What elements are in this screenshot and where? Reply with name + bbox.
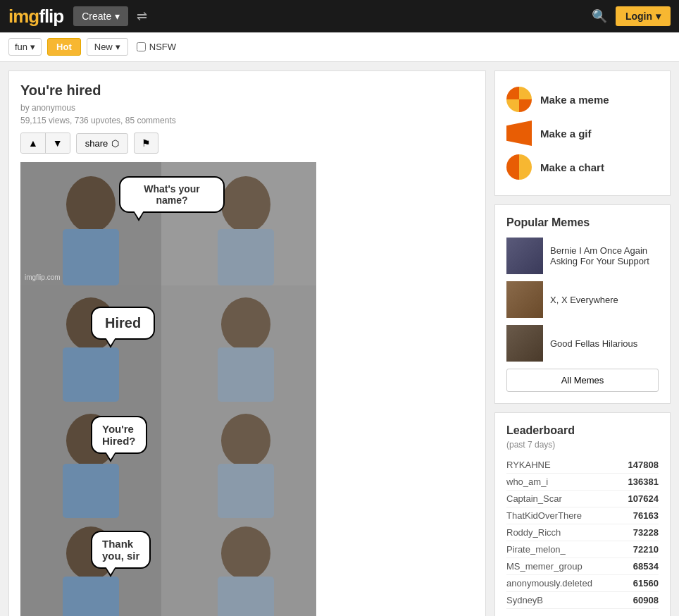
popular-memes-title: Popular Memes: [506, 216, 659, 229]
new-label: New: [94, 42, 113, 52]
meme-title: You're hired: [20, 82, 474, 99]
svg-point-16: [221, 414, 270, 467]
fun-dropdown[interactable]: fun ▾: [8, 38, 42, 56]
header: imgflip Create ▾ ⇌ 🔍 Login ▾: [0, 0, 679, 32]
logo[interactable]: imgflip: [8, 6, 63, 27]
search-icon[interactable]: 🔍: [592, 8, 607, 24]
meme-panel-2: Hired: [20, 285, 316, 402]
popular-meme-thumb-1: [506, 281, 543, 318]
leaderboard-row-0[interactable]: RYKAHNE 147808: [506, 457, 659, 474]
svg-rect-17: [218, 464, 274, 518]
chevron-down-icon: ▾: [116, 42, 120, 52]
leaderboard-user-8: SydneyB: [506, 595, 543, 605]
hot-button[interactable]: Hot: [47, 38, 81, 56]
leaderboard-row-6[interactable]: MS_memer_group 68534: [506, 558, 659, 575]
leaderboard-row-7[interactable]: anonymously.deleted 61560: [506, 575, 659, 592]
make-gif-label: Make a gif: [540, 128, 592, 140]
leaderboard-title: Leaderboard: [506, 424, 659, 437]
leaderboard-score-6: 68534: [633, 561, 659, 572]
leaderboard-user-4: Roddy_Ricch: [506, 527, 561, 538]
svg-rect-9: [63, 347, 119, 402]
content-area: You're hired by anonymous 59,115 views, …: [8, 70, 486, 616]
popular-meme-name-1: X, X Everywhere: [550, 295, 618, 305]
action-box: Make a meme Make a gif Make a chart: [494, 70, 671, 196]
login-button[interactable]: Login ▾: [616, 6, 671, 26]
leaderboard-score-1: 136381: [628, 476, 659, 487]
make-chart-label: Make a chart: [540, 161, 604, 173]
bubble-3-text: You'reHired?: [102, 423, 136, 447]
leaderboard-user-1: who_am_i: [506, 476, 548, 487]
leaderboard-user-7: anonymously.deleted: [506, 578, 592, 589]
downvote-button[interactable]: ▼: [46, 133, 70, 153]
filter-bar: fun ▾ Hot New ▾ NSFW: [0, 32, 679, 62]
leaderboard-row-4[interactable]: Roddy_Ricch 73228: [506, 524, 659, 541]
make-chart-item[interactable]: Make a chart: [506, 150, 659, 184]
meme-panel-3: You'reHired?: [20, 402, 316, 518]
nsfw-checkbox[interactable]: [137, 42, 146, 51]
upvote-button[interactable]: ▲: [21, 133, 46, 153]
watermark: imgflip.com: [25, 273, 61, 281]
create-label: Create: [82, 11, 111, 22]
popular-meme-name-2: Good Fellas Hilarious: [550, 338, 637, 349]
vote-group: ▲ ▼: [20, 133, 70, 154]
create-button[interactable]: Create ▾: [73, 6, 128, 26]
popular-meme-item-2[interactable]: Good Fellas Hilarious: [506, 325, 659, 362]
make-chart-icon: [506, 154, 532, 180]
popular-meme-item-1[interactable]: X, X Everywhere: [506, 281, 659, 318]
svg-point-2: [66, 176, 116, 233]
meme-author: by anonymous: [20, 103, 474, 113]
leaderboard-user-2: Captain_Scar: [506, 493, 562, 504]
svg-point-4: [221, 176, 270, 233]
svg-rect-23: [218, 577, 274, 616]
leaderboard-score-7: 61560: [633, 578, 659, 589]
leaderboard-box: Leaderboard (past 7 days) RYKAHNE 147808…: [494, 412, 671, 616]
new-button[interactable]: New ▾: [87, 38, 128, 56]
leaderboard-row-2[interactable]: Captain_Scar 107624: [506, 491, 659, 507]
meme-stats: 59,115 views, 736 upvotes, 85 comments: [20, 116, 474, 125]
leaderboard-user-6: MS_memer_group: [506, 561, 583, 572]
svg-rect-3: [63, 229, 119, 285]
svg-rect-11: [218, 347, 274, 402]
make-meme-item[interactable]: Make a meme: [506, 82, 659, 116]
main-layout: You're hired by anonymous 59,115 views, …: [0, 62, 679, 616]
bubble-1-text: What's your name?: [144, 183, 200, 206]
bubble-2-text: Hired: [105, 315, 141, 331]
leaderboard-score-8: 60908: [633, 595, 659, 605]
nsfw-label[interactable]: NSFW: [149, 42, 176, 52]
chevron-down-icon: ▾: [30, 42, 35, 52]
popular-memes-box: Popular Memes Bernie I Am Once Again Ask…: [494, 204, 671, 404]
share-button[interactable]: share ⬡: [76, 133, 129, 154]
svg-rect-15: [63, 464, 119, 518]
svg-rect-5: [218, 229, 274, 285]
leaderboard-row-5[interactable]: Pirate_melon_ 72210: [506, 541, 659, 558]
make-meme-label: Make a meme: [540, 94, 609, 106]
bubble-4-text: Thankyou, sir: [102, 538, 139, 562]
svg-rect-21: [63, 577, 119, 616]
svg-point-10: [221, 297, 270, 351]
popular-meme-thumb-2: [506, 325, 543, 362]
flag-button[interactable]: ⚑: [134, 133, 158, 154]
leaderboard-score-2: 107624: [628, 493, 659, 504]
leaderboard-score-3: 76163: [633, 510, 659, 521]
sidebar: Make a meme Make a gif Make a chart Popu…: [494, 70, 671, 616]
popular-meme-item-0[interactable]: Bernie I Am Once Again Asking For Your S…: [506, 238, 659, 274]
make-gif-item[interactable]: Make a gif: [506, 116, 659, 150]
leaderboard-score-4: 73228: [633, 527, 659, 538]
make-gif-icon: [506, 121, 532, 146]
share-label: share: [85, 138, 108, 149]
leaderboard-row-8[interactable]: SydneyB 60908: [506, 592, 659, 609]
popular-meme-name-0: Bernie I Am Once Again Asking For Your S…: [550, 245, 659, 266]
leaderboard-row-1[interactable]: who_am_i 136381: [506, 474, 659, 491]
leaderboard-user-0: RYKAHNE: [506, 460, 551, 470]
leaderboard-row-3[interactable]: ThatKidOverThere 76163: [506, 507, 659, 524]
leaderboard-rows: RYKAHNE 147808who_am_i 136381Captain_Sca…: [506, 457, 659, 609]
all-memes-button[interactable]: All Memes: [506, 369, 659, 392]
share-icon: ⬡: [111, 138, 119, 149]
meme-panel-4: Thankyou, sir: [20, 518, 316, 616]
shuffle-icon[interactable]: ⇌: [137, 8, 147, 24]
meme-image-container: What's your name? imgflip.com Hired: [20, 162, 316, 616]
meme-panel-1: What's your name? imgflip.com: [20, 162, 316, 285]
leaderboard-user-5: Pirate_melon_: [506, 544, 566, 555]
leaderboard-subtitle: (past 7 days): [506, 440, 659, 450]
fun-label: fun: [15, 42, 27, 52]
